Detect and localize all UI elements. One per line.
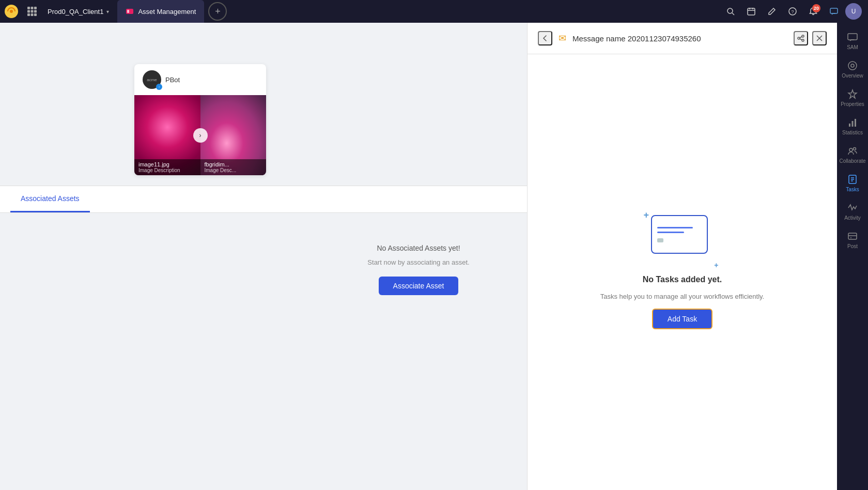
tab-label: Asset Management [138, 8, 196, 16]
sidebar-item-statistics[interactable]: Statistics [837, 112, 868, 141]
svg-line-14 [732, 13, 734, 15]
svg-point-13 [727, 8, 733, 13]
image-1-name: image11.jpg [138, 161, 196, 167]
tasks-card-dot [657, 238, 663, 242]
tasks-card-line-2 [657, 232, 684, 233]
message-icon: ✉ [559, 33, 566, 44]
tasks-card-icon [651, 215, 708, 254]
bot-avatar: acme i [143, 70, 161, 89]
svg-point-1 [10, 10, 13, 13]
tasks-label: Tasks [846, 187, 859, 192]
add-task-button[interactable]: Add Task [652, 309, 712, 329]
sidebar-item-tasks[interactable]: Tasks [837, 169, 868, 197]
associated-assets-tab[interactable]: Associated Assets [10, 186, 90, 212]
post-label: Post [847, 243, 858, 249]
panel-back-button[interactable] [538, 31, 552, 45]
deco-plus-2: + [714, 261, 718, 269]
image-card-header: acme i PBot [134, 64, 266, 95]
topbar: Prod0_QA_Client1 ▾ Asset Management + ? … [0, 0, 868, 23]
sidebar-item-sam[interactable]: SAM [837, 27, 868, 55]
asset-management-tab[interactable]: Asset Management [117, 0, 204, 23]
svg-line-27 [800, 39, 802, 40]
activity-label: Activity [844, 215, 861, 221]
svg-point-26 [802, 39, 804, 41]
sidebar-item-post[interactable]: Post [837, 226, 868, 254]
image-carousel: image11.jpg Image Description fbgridim..… [134, 95, 266, 175]
sidebar-item-properties[interactable]: Properties [837, 84, 868, 112]
workspace-name: Prod0_QA_Client1 [48, 8, 103, 16]
svg-rect-6 [31, 10, 34, 13]
panel-body: + + No Tasks added yet. Tasks help you t… [528, 54, 837, 490]
carousel-right: fbgridim... Image Desc... [200, 95, 267, 175]
search-button[interactable] [721, 2, 740, 21]
tasks-empty-title: No Tasks added yet. [643, 275, 722, 284]
svg-rect-12 [127, 10, 129, 13]
user-avatar[interactable]: U [845, 3, 862, 20]
sam-label: SAM [847, 44, 858, 50]
svg-rect-34 [849, 124, 850, 127]
plus-icon: + [215, 6, 221, 17]
grid-menu-button[interactable] [23, 0, 41, 23]
tasks-card-line-1 [657, 227, 693, 228]
svg-point-37 [849, 148, 853, 151]
svg-point-24 [802, 35, 804, 37]
svg-text:?: ? [791, 9, 794, 14]
help-button[interactable]: ? [783, 2, 802, 21]
svg-line-28 [800, 37, 802, 38]
image-2-desc: Image Desc... [205, 167, 262, 173]
image-2-name: fbgridim... [205, 161, 262, 167]
avatar-label: acme [147, 78, 157, 82]
right-sidebar: SAM Overview Properties Statistics Colla… [837, 23, 868, 490]
svg-rect-35 [852, 121, 854, 127]
tasks-illustration: + + [651, 215, 713, 267]
task-panel: ✉ Message name 20201123074935260 + + No … [527, 23, 837, 490]
calendar-button[interactable] [742, 2, 761, 21]
svg-rect-36 [855, 119, 856, 127]
svg-rect-4 [34, 7, 37, 9]
svg-rect-43 [848, 233, 857, 239]
properties-label: Properties [841, 101, 864, 107]
associated-empty-title: No Associated Assets yet! [377, 244, 460, 252]
edit-button[interactable] [763, 2, 781, 21]
sidebar-item-overview[interactable]: Overview [837, 55, 868, 84]
svg-rect-5 [27, 10, 30, 13]
image-1-label: image11.jpg Image Description [134, 159, 200, 175]
panel-title: Message name 20201123074935260 [572, 34, 787, 43]
svg-rect-10 [34, 13, 37, 16]
add-tab-button[interactable]: + [208, 2, 227, 21]
svg-rect-7 [34, 10, 37, 13]
image-2-label: fbgridim... Image Desc... [200, 159, 267, 175]
chat-button[interactable] [825, 2, 843, 21]
app-logo [0, 0, 23, 23]
collaborate-label: Collaborate [839, 158, 865, 164]
associated-empty-desc: Start now by associating an asset. [367, 258, 469, 266]
panel-header-actions [794, 31, 827, 45]
svg-point-33 [851, 64, 854, 67]
notification-badge: 20 [812, 4, 820, 12]
panel-share-button[interactable] [794, 31, 808, 45]
panel-close-button[interactable] [812, 31, 827, 45]
svg-text:i: i [159, 85, 159, 88]
bot-name: PBot [165, 76, 180, 84]
svg-rect-15 [748, 8, 755, 15]
svg-rect-2 [27, 7, 30, 9]
image-1-desc: Image Description [138, 167, 196, 173]
svg-rect-8 [27, 13, 30, 16]
avatar-info-badge: i [156, 84, 162, 90]
deco-plus-1: + [643, 210, 649, 221]
tasks-empty-state: + + No Tasks added yet. Tasks help you t… [580, 194, 785, 350]
sidebar-item-collaborate[interactable]: Collaborate [837, 141, 868, 169]
panel-header: ✉ Message name 20201123074935260 [528, 23, 837, 54]
image-card: acme i PBot image11.jpg Image Descriptio… [134, 64, 266, 175]
svg-rect-9 [31, 13, 34, 16]
svg-rect-21 [830, 8, 838, 13]
carousel-next-button[interactable]: › [193, 128, 208, 143]
svg-point-25 [798, 37, 800, 39]
svg-point-32 [848, 62, 857, 70]
associate-asset-button[interactable]: Associate Asset [379, 277, 459, 295]
workspace-selector[interactable]: Prod0_QA_Client1 ▾ [41, 8, 115, 16]
overview-label: Overview [842, 73, 863, 79]
svg-rect-3 [31, 7, 34, 9]
sidebar-item-activity[interactable]: Activity [837, 197, 868, 226]
notifications-button[interactable]: 20 [804, 2, 823, 21]
